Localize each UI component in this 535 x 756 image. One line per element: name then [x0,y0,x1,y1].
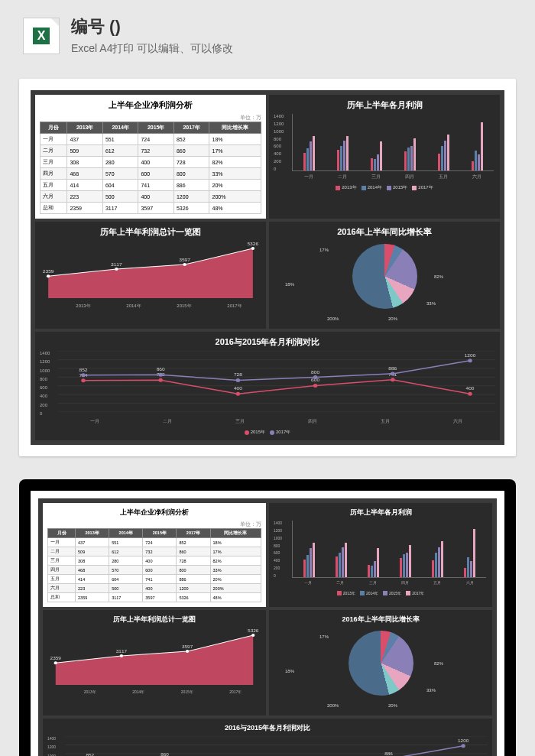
table-header: 2014年 [102,122,138,134]
svg-text:852: 852 [79,367,88,372]
bar-group [303,521,315,577]
table-cell: 六月 [48,584,76,593]
bar-panel: 历年上半年各月利润 0200400600800100012001400一月二月三… [269,95,500,219]
table-cell: 3597 [138,203,174,214]
area-chart: 23593117359753262013年2014年2015年2017年 [40,241,261,313]
table-cell: 600 [138,168,174,180]
bar [404,151,407,170]
bar [303,153,306,170]
area-chart: 23593117359753262013年2014年2015年2017年 [47,628,261,700]
bar-axis-x: 一月二月三月四月五月六月 [292,580,486,589]
svg-text:1200: 1200 [458,738,469,743]
bar-chart: 0200400600800100012001400一月二月三月四月五月六月 [274,114,495,183]
svg-point-39 [468,359,472,362]
svg-point-29 [81,373,86,377]
page-title: 编号 () [71,15,233,38]
bar [472,161,474,170]
bar-title: 历年上半年各月利润 [274,508,488,518]
bar-group [336,521,347,577]
table-cell: 437 [76,538,109,547]
table-cell: 82% [209,157,261,168]
svg-text:400: 400 [234,386,243,391]
bar [310,141,312,170]
table-cell: 800 [177,566,210,575]
bar-group [438,114,449,170]
svg-point-44 [120,654,123,657]
bar-legend: 2013年2014年2015年2017年 [274,591,488,595]
bar [377,548,379,577]
table-cell: 二月 [48,547,76,556]
table-cell: 18% [210,538,261,547]
bar-panel: 历年上半年各月利润 0200400600800100012001400一月二月三… [269,503,492,607]
table-cell: 551 [109,538,143,547]
table-panel: 上半年企业净利润分析 单位：万 月份2013年2014年2015年2017年同比… [43,503,266,607]
table-cell: 728 [177,556,210,566]
bar [343,141,345,170]
table-cell: 17% [210,547,261,556]
table-cell: 400 [143,556,177,566]
table-cell: 509 [67,145,103,157]
svg-point-1 [47,274,50,277]
bar [403,554,405,577]
table-cell: 724 [143,538,177,547]
bar-group [303,114,315,170]
bar [473,529,475,577]
table-cell: 82% [210,556,261,566]
bar-group [400,521,411,577]
table-row: 三月30828040072882% [48,556,261,566]
bar [336,556,338,577]
pie-title: 2016年上半年同比增长率 [274,615,488,625]
pie-label: 82% [434,274,443,279]
table-cell: 223 [67,191,103,203]
table-cell: 400 [138,191,174,203]
table-row: 五月41460474188620% [41,180,261,191]
profit-table: 月份2013年2014年2015年2017年同比增长率一月43755172485… [40,122,261,214]
table-row: 五月41460474188620% [48,575,261,584]
bar [306,148,309,170]
dashboard: 上半年企业净利润分析 单位：万 月份2013年2014年2015年2017年同比… [31,90,504,445]
bar [435,553,437,577]
table-cell: 280 [102,157,138,168]
pie-label: 20% [388,703,397,708]
table-cell: 48% [210,593,261,602]
line-legend: 2015年2017年 [40,429,495,436]
table-header: 2015年 [143,529,177,538]
svg-text:3117: 3117 [116,648,128,654]
table-cell: 二月 [41,145,67,157]
bar-group [371,114,382,170]
table-header: 2014年 [109,529,143,538]
table-cell: 852 [173,134,209,145]
pie-panel: 2016年上半年同比增长率 18%17%82%33%20%200% [269,610,492,715]
table-cell: 468 [76,566,109,575]
table-cell: 3117 [102,203,138,214]
bar [470,561,472,577]
table-cell: 2359 [67,203,103,214]
pie-label: 17% [319,248,329,252]
table-cell: 852 [177,538,210,547]
table-cell: 总和 [41,203,67,214]
pie-label: 200% [327,703,339,708]
bar [481,122,483,170]
svg-text:2359: 2359 [50,655,62,660]
svg-text:3117: 3117 [111,261,122,267]
table-cell: 48% [209,203,261,214]
table-row: 一月43755172485218% [48,538,261,547]
bar [447,135,449,170]
bar [407,148,410,170]
pie-label: 33% [426,688,436,693]
table-panel: 上半年企业净利润分析 单位：万 月份2013年2014年2015年2017年同比… [35,95,266,219]
table-cell: 3597 [143,593,177,602]
table-cell: 三月 [48,556,76,566]
table-cell: 728 [173,157,209,168]
area-axis-x: 2013年2014年2015年2017年 [58,303,260,312]
table-cell: 414 [76,575,109,584]
svg-point-80 [462,744,465,748]
svg-point-17 [81,378,86,382]
profit-table: 月份2013年2014年2015年2017年同比增长率一月43755172485… [47,528,261,602]
laptop-content: 上半年企业净利润分析 单位：万 月份2013年2014年2015年2017年同比… [31,491,504,756]
area-axis-x: 2013年2014年2015年2017年 [66,689,260,699]
bar-group [404,114,416,170]
svg-point-33 [236,378,241,382]
bar [441,541,443,577]
svg-point-46 [186,650,189,653]
